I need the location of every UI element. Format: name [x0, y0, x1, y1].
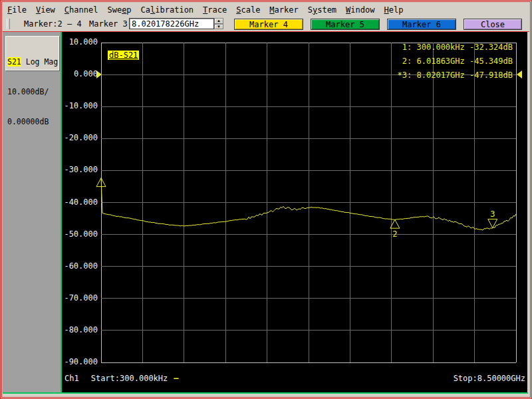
trace-param: S21	[7, 57, 21, 66]
y-axis-label: -60.000	[63, 261, 98, 271]
menu-bar: FileViewChannelSweepCalibrationTraceScal…	[3, 3, 529, 17]
y-axis-labels: 10.0000.000-10.000-20.000-30.000-40.000-…	[63, 32, 98, 364]
toolbar-grip[interactable]	[7, 19, 10, 29]
spinner-up-icon[interactable]: ▲	[214, 18, 223, 24]
toolbar-buttons: Marker 4Marker 5Marker 6Close	[234, 19, 522, 30]
menu-item-view[interactable]: View	[31, 5, 60, 15]
marker-readout-line: 1: 300.000kHz -32.324dB	[398, 41, 513, 55]
menu-item-trace[interactable]: Trace	[198, 5, 231, 15]
marker-toolbar: Marker:2 — 4 Marker 3 ▲ ▼ Marker 4Marker…	[3, 17, 529, 32]
y-axis-label: -80.000	[63, 325, 98, 334]
marker3-frequency-input[interactable]	[129, 18, 214, 29]
marker-triangle-down-icon[interactable]	[488, 219, 497, 228]
marker-range-label: Marker:2 — 4	[24, 19, 82, 29]
trace-db-tag: dB-S21	[108, 51, 139, 60]
menu-item-calibration[interactable]: Calibration	[136, 5, 198, 15]
spinner-down-icon[interactable]: ▼	[214, 24, 223, 30]
y-axis-label: -40.000	[63, 198, 98, 207]
trace-format: Log Mag	[21, 57, 58, 66]
y-axis-label: -30.000	[63, 165, 98, 174]
y-axis-label: 0.000	[63, 69, 98, 78]
trace-scale: 10.000dB/	[7, 87, 57, 97]
menu-item-help[interactable]: Help	[379, 5, 408, 15]
marker-readout-line: 2: 6.01863GHz -45.349dB	[398, 55, 513, 68]
y-axis-label: -70.000	[63, 293, 98, 303]
marker-readout-line: *3: 8.02017GHz -47.918dB	[398, 68, 513, 82]
y-axis-label: -90.000	[63, 357, 98, 366]
marker-number-label: 2	[392, 229, 397, 239]
status-bar: Ch1 Start:300.000kHz — Stop:8.50000GHz	[65, 374, 525, 384]
stop-frequency-label: Stop:8.50000GHz	[454, 374, 525, 383]
y-axis-label: 10.000	[63, 37, 98, 47]
toolbar-button-marker-6[interactable]: Marker 6	[387, 19, 456, 30]
menu-item-channel[interactable]: Channel	[60, 5, 103, 15]
trace-param-line: S21 Log Mag	[7, 57, 57, 67]
marker-number-label: 3	[490, 209, 495, 219]
measurement-plot: 23	[62, 32, 527, 392]
bottom-separator	[3, 392, 528, 394]
vna-application-window: FileViewChannelSweepCalibrationTraceScal…	[0, 0, 532, 399]
marker3-label: Marker 3	[89, 19, 128, 29]
status-left: Ch1 Start:300.000kHz —	[65, 374, 179, 383]
reference-level-marker-right[interactable]	[517, 70, 522, 78]
menu-item-system[interactable]: System	[303, 5, 341, 15]
trace-reference: 0.00000dB	[7, 117, 57, 127]
menu-item-sweep[interactable]: Sweep	[102, 5, 136, 15]
marker-readouts: 1: 300.000kHz -32.324dB2: 6.01863GHz -45…	[398, 41, 513, 82]
menu-item-window[interactable]: Window	[341, 5, 379, 15]
y-axis-label: -20.000	[63, 133, 98, 142]
toolbar-button-marker-4[interactable]: Marker 4	[234, 19, 303, 30]
toolbar-button-close[interactable]: Close	[464, 19, 522, 30]
trace-status-box[interactable]: S21 Log Mag 10.000dB/ 0.00000dB	[5, 36, 59, 70]
y-axis-label: -50.000	[63, 229, 98, 239]
y-axis-label: -10.000	[63, 101, 98, 110]
channel-label: Ch1	[65, 374, 79, 383]
menu-item-marker[interactable]: Marker	[265, 5, 303, 15]
trace-sidebar: S21 Log Mag 10.000dB/ 0.00000dB	[3, 32, 61, 392]
marker3-frequency-stepper: ▲ ▼	[214, 18, 223, 29]
toolbar-button-marker-5[interactable]: Marker 5	[311, 19, 380, 30]
menu-item-scale[interactable]: Scale	[231, 5, 265, 15]
menu-item-file[interactable]: File	[3, 5, 31, 15]
grid	[101, 43, 516, 362]
start-frequency-label: Start:300.000kHz	[91, 374, 168, 383]
trace-color-legend: —	[174, 374, 178, 383]
